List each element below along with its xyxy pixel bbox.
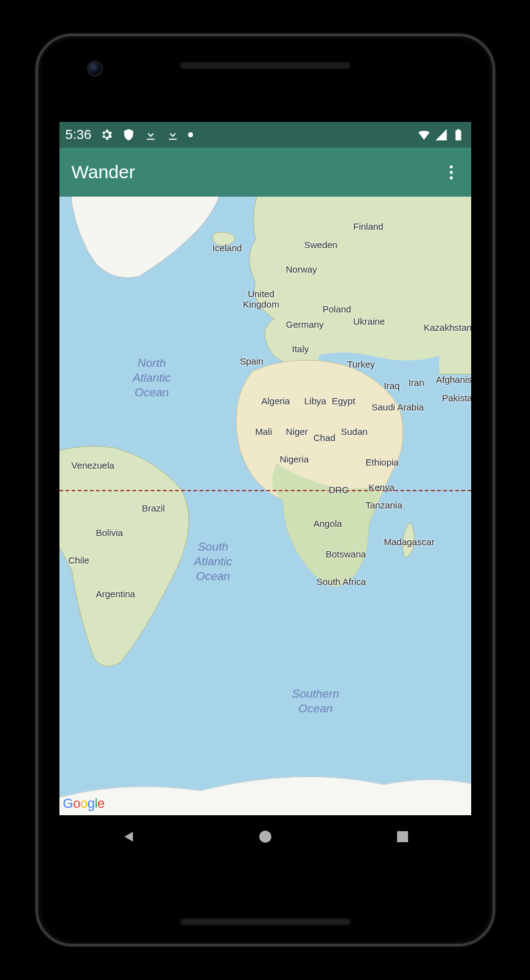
google-attribution: Google [63, 796, 105, 812]
place-label: Madagascar [384, 537, 435, 547]
bottom-speaker [180, 918, 351, 925]
water-label: SouthAtlanticOcean [194, 540, 232, 583]
home-button[interactable] [253, 824, 278, 849]
phone-frame: 5:36 [36, 34, 495, 946]
place-label: Pakistan [442, 393, 471, 403]
place-label: Ukraine [354, 316, 385, 326]
svg-point-0 [259, 831, 271, 843]
app-title: Wander [72, 162, 135, 183]
place-label: DRC [329, 484, 349, 495]
place-label: Saudi Arabia [372, 402, 424, 412]
place-label: Sweden [305, 239, 338, 250]
wifi-icon [417, 128, 431, 141]
place-label: Finland [354, 221, 384, 232]
place-label: Angola [314, 518, 343, 529]
download-icon [144, 128, 157, 141]
place-label: Egypt [332, 396, 355, 406]
water-label: SouthernOcean [292, 687, 339, 716]
place-label: Norway [286, 264, 317, 274]
phone-side-button [494, 379, 495, 508]
app-bar: Wander [59, 148, 471, 197]
landmass-antarctica [59, 760, 471, 815]
place-label: Brazil [142, 503, 165, 513]
place-label: Spain [240, 356, 263, 366]
place-label: Nigeria [280, 454, 309, 464]
place-label: Botswana [326, 549, 366, 559]
map-view[interactable]: Google NorthAtlanticOceanSouthAtlanticOc… [59, 197, 471, 815]
status-left: 5:36 [66, 127, 194, 143]
screen: 5:36 [59, 122, 471, 858]
status-dot-icon [188, 132, 193, 137]
place-label: Libya [305, 396, 327, 406]
place-label: Mali [256, 426, 273, 437]
place-label: Iraq [384, 380, 400, 391]
earpiece-speaker [180, 62, 351, 69]
place-label: Iceland [213, 243, 242, 253]
place-label: Germany [286, 319, 324, 330]
landmass-greenland [72, 197, 231, 288]
place-label: Niger [286, 426, 308, 437]
phone-side-button [36, 275, 37, 312]
place-label: Bolivia [96, 527, 123, 538]
shield-icon [122, 128, 135, 141]
recent-apps-button[interactable] [390, 824, 415, 849]
place-label: Iran [409, 377, 425, 388]
front-camera [87, 61, 103, 77]
place-label: Turkey [347, 359, 375, 369]
battery-icon [452, 128, 465, 141]
phone-side-button [494, 244, 495, 312]
back-button[interactable] [116, 824, 140, 849]
place-label: South Africa [317, 576, 366, 587]
place-label: Venezuela [72, 460, 115, 470]
place-label: Argentina [96, 589, 135, 599]
place-label: Tanzania [366, 500, 403, 510]
status-bar: 5:36 [59, 122, 471, 148]
place-label: Kenya [369, 482, 395, 492]
place-label: UnitedKingdom [243, 288, 279, 309]
equator-line [59, 490, 471, 491]
place-label: Algeria [262, 396, 290, 406]
overflow-menu-button[interactable] [444, 159, 459, 186]
status-right [417, 128, 465, 141]
place-label: Chile [69, 555, 89, 565]
status-clock: 5:36 [66, 127, 92, 143]
gear-icon [100, 128, 113, 141]
place-label: Italy [292, 344, 309, 354]
place-label: Chad [314, 432, 336, 443]
download-icon [166, 128, 180, 141]
place-label: Afghanistan [436, 374, 471, 385]
water-label: NorthAtlanticOcean [133, 356, 171, 399]
signal-icon [434, 128, 448, 141]
place-label: Ethiopia [366, 457, 399, 467]
svg-rect-1 [397, 831, 408, 842]
place-label: Kazakhstan [424, 322, 471, 333]
place-label: Sudan [341, 426, 368, 437]
navigation-bar [59, 815, 471, 858]
place-label: Poland [323, 304, 352, 314]
